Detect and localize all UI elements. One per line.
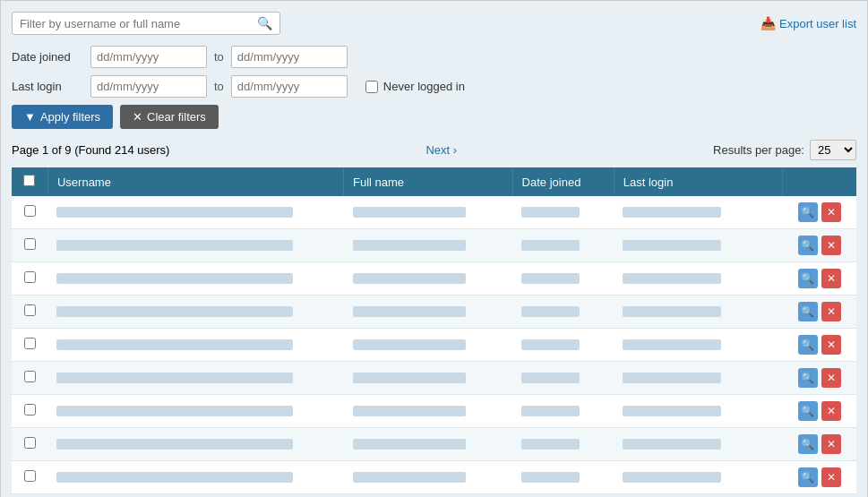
view-user-button[interactable]: 🔍	[798, 368, 818, 388]
row-fullname-cell	[344, 229, 513, 262]
date-joined-from-input[interactable]	[90, 46, 207, 68]
action-buttons: 🔍 ✕	[792, 467, 847, 487]
delete-user-button[interactable]: ✕	[821, 202, 841, 222]
row-username-cell	[47, 329, 343, 362]
lastlogin-placeholder	[623, 373, 721, 383]
row-actions-cell: 🔍 ✕	[783, 329, 856, 362]
view-user-button[interactable]: 🔍	[798, 202, 818, 222]
delete-user-button[interactable]: ✕	[821, 368, 841, 388]
fullname-placeholder	[353, 373, 466, 383]
select-all-checkbox[interactable]	[23, 175, 35, 186]
fullname-placeholder	[353, 339, 466, 350]
row-lastlogin-cell	[614, 329, 783, 362]
clear-icon: ✕	[133, 110, 142, 124]
row-fullname-cell	[344, 329, 513, 362]
username-placeholder	[56, 273, 293, 284]
search-button[interactable]: 🔍	[257, 16, 272, 30]
date-placeholder	[521, 373, 580, 383]
row-date-cell	[512, 395, 614, 428]
row-lastlogin-cell	[614, 262, 783, 296]
fullname-placeholder	[353, 406, 466, 416]
row-fullname-cell	[344, 461, 513, 494]
date-joined-to-input[interactable]	[231, 46, 348, 68]
date-placeholder	[521, 273, 580, 284]
results-per-page-select[interactable]: 25 50 100	[810, 140, 856, 160]
delete-user-button[interactable]: ✕	[821, 467, 841, 487]
table-row: 🔍 ✕	[12, 196, 856, 229]
never-logged-group: Never logged in	[365, 80, 465, 93]
action-buttons: 🔍 ✕	[792, 434, 847, 454]
clear-filters-button[interactable]: ✕ Clear filters	[120, 105, 219, 129]
table-row: 🔍 ✕	[12, 262, 856, 296]
delete-user-button[interactable]: ✕	[821, 302, 841, 321]
row-checkbox-cell	[12, 262, 47, 296]
export-link[interactable]: 📥 Export user list	[761, 16, 856, 30]
row-actions-cell: 🔍 ✕	[783, 296, 856, 329]
row-fullname-cell	[344, 362, 513, 395]
table-row: 🔍 ✕	[12, 395, 856, 428]
row-username-cell	[47, 428, 343, 461]
pagination-bar: Page 1 of 9 (Found 214 users) Next › Res…	[12, 140, 856, 160]
row-checkbox[interactable]	[24, 470, 36, 482]
view-user-button[interactable]: 🔍	[798, 269, 818, 288]
delete-user-button[interactable]: ✕	[821, 269, 841, 288]
action-buttons: 🔍 ✕	[792, 335, 847, 355]
row-checkbox[interactable]	[24, 404, 36, 416]
delete-user-button[interactable]: ✕	[821, 335, 841, 355]
row-checkbox-cell	[12, 428, 47, 461]
row-fullname-cell	[344, 395, 513, 428]
row-lastlogin-cell	[614, 395, 783, 428]
row-lastlogin-cell	[614, 461, 783, 494]
main-container: 🔍 📥 Export user list Date joined to Last…	[0, 0, 868, 497]
row-username-cell	[47, 395, 343, 428]
action-buttons: 🔍 ✕	[792, 302, 847, 321]
row-checkbox-cell	[12, 296, 47, 329]
lastlogin-placeholder	[623, 273, 721, 284]
lastlogin-placeholder	[623, 207, 721, 218]
user-table: Username Full name Date joined Last logi…	[12, 167, 856, 494]
delete-user-button[interactable]: ✕	[821, 236, 841, 255]
row-actions-cell: 🔍 ✕	[783, 461, 856, 494]
row-checkbox[interactable]	[24, 437, 36, 449]
apply-label: Apply filters	[40, 110, 100, 124]
last-login-to-input[interactable]	[231, 75, 348, 98]
username-placeholder	[56, 339, 293, 350]
fullname-placeholder	[353, 207, 466, 218]
last-login-to-label: to	[214, 80, 224, 93]
never-logged-checkbox[interactable]	[365, 81, 378, 93]
view-user-button[interactable]: 🔍	[798, 236, 818, 255]
header-date-joined: Date joined	[512, 167, 614, 196]
row-date-cell	[512, 296, 614, 329]
row-checkbox[interactable]	[24, 271, 36, 283]
table-row: 🔍 ✕	[12, 329, 856, 362]
row-checkbox[interactable]	[24, 238, 36, 250]
row-actions-cell: 🔍 ✕	[783, 229, 856, 262]
next-page-link[interactable]: Next ›	[425, 143, 457, 157]
row-checkbox[interactable]	[24, 205, 36, 217]
lastlogin-placeholder	[623, 240, 721, 251]
date-placeholder	[521, 472, 580, 483]
delete-user-button[interactable]: ✕	[821, 434, 841, 454]
top-bar: 🔍 📥 Export user list	[12, 12, 856, 35]
row-username-cell	[47, 262, 343, 296]
view-user-button[interactable]: 🔍	[798, 467, 818, 487]
view-user-button[interactable]: 🔍	[798, 335, 818, 355]
view-user-button[interactable]: 🔍	[798, 401, 818, 421]
fullname-placeholder	[353, 306, 466, 317]
row-date-cell	[512, 362, 614, 395]
apply-filters-button[interactable]: ▼ Apply filters	[12, 105, 113, 129]
row-checkbox-cell	[12, 329, 47, 362]
row-checkbox[interactable]	[24, 304, 36, 316]
row-checkbox[interactable]	[24, 371, 36, 382]
row-checkbox[interactable]	[24, 338, 36, 349]
page-number: Page 1 of 9	[12, 143, 72, 157]
search-input[interactable]	[20, 17, 257, 30]
delete-user-button[interactable]: ✕	[821, 401, 841, 421]
table-row: 🔍 ✕	[12, 296, 856, 329]
last-login-from-input[interactable]	[90, 75, 207, 98]
row-date-cell	[512, 461, 614, 494]
view-user-button[interactable]: 🔍	[798, 434, 818, 454]
row-username-cell	[47, 196, 343, 229]
view-user-button[interactable]: 🔍	[798, 302, 818, 321]
last-login-label: Last login	[12, 80, 83, 93]
